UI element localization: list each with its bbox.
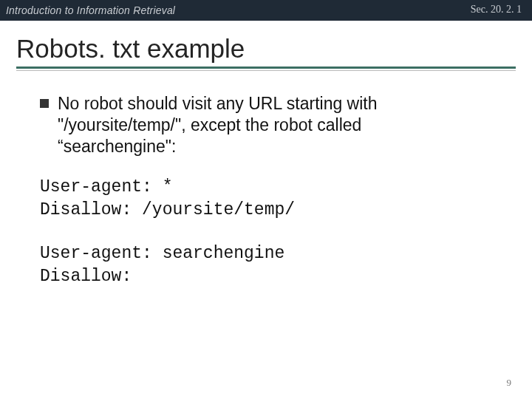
bullet-text: No robot should visit any URL starting w… <box>58 93 471 157</box>
title-rule-secondary <box>16 70 516 71</box>
title-rule-primary <box>16 66 516 69</box>
bullet-item: No robot should visit any URL starting w… <box>40 93 502 157</box>
code-block-2: User-agent: searchengine Disallow: <box>40 242 502 288</box>
course-title: Introduction to Information Retrieval <box>0 4 175 16</box>
code-line: Disallow: <box>40 265 502 288</box>
code-line: User-agent: * <box>40 176 502 199</box>
header-bar: Introduction to Information Retrieval Se… <box>0 0 532 21</box>
slide: Introduction to Information Retrieval Se… <box>0 0 532 399</box>
page-number: 9 <box>507 377 512 389</box>
code-line: Disallow: /yoursite/temp/ <box>40 199 502 222</box>
slide-title: Robots. txt example <box>16 34 516 64</box>
code-block-1: User-agent: * Disallow: /yoursite/temp/ <box>40 176 502 222</box>
title-area: Robots. txt example <box>0 21 532 75</box>
section-label: Sec. 20. 2. 1 <box>471 4 522 16</box>
slide-body: No robot should visit any URL starting w… <box>0 75 532 288</box>
bullet-marker-icon <box>40 99 49 108</box>
code-line: User-agent: searchengine <box>40 242 502 265</box>
